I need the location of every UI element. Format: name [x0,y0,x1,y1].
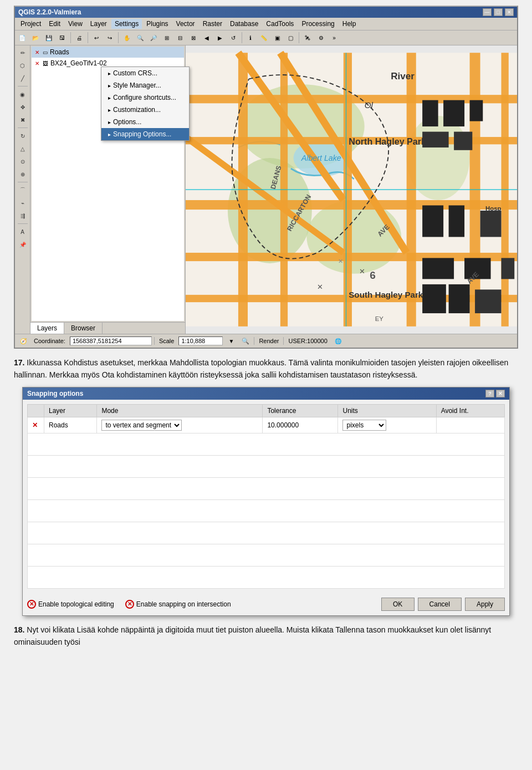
add-ring-btn[interactable]: ⊙ [17,155,29,167]
apply-button[interactable]: Apply [465,598,505,611]
zoom-in-btn[interactable]: 🔍 [134,32,146,44]
refresh-btn[interactable]: ↺ [227,32,239,44]
dialog-body: Layer Mode Tolerance Units Avoid Int. ✕ … [23,400,509,593]
draw-polygon-btn[interactable]: ⬡ [17,59,29,72]
node-tool-btn[interactable]: ◉ [17,88,29,100]
identify-btn[interactable]: ℹ [244,32,257,44]
menu-snapping-options[interactable]: ▸ Snapping Options... [101,128,189,140]
redo-btn[interactable]: ↪ [104,32,116,44]
menu-edit[interactable]: Edit [45,19,64,29]
move-feature-btn[interactable]: ✥ [17,101,29,113]
svg-rect-25 [422,205,443,237]
snapping-checkbox[interactable]: ✕ [125,600,134,609]
zoom-extent-btn[interactable]: ⊞ [161,32,173,44]
svg-rect-28 [422,258,454,279]
coordinate-input[interactable] [70,336,152,345]
minimize-btn[interactable]: — [483,8,492,16]
menu-view[interactable]: View [65,19,86,29]
label-btn[interactable]: A [17,226,29,238]
mode-select[interactable]: to vertex and segment to vertex to segme… [101,420,182,431]
zoom-out-btn[interactable]: 🔎 [147,32,160,44]
panel-tabs: Layers Browser [30,322,185,334]
offset-btn[interactable]: ⇶ [17,210,29,222]
pan-btn[interactable]: ✋ [121,32,133,44]
separator [242,32,242,43]
menu-settings[interactable]: Settings [111,19,142,29]
settings-btn[interactable]: ⚙ [315,32,327,44]
scale-dropdown-btn[interactable]: ▼ [225,335,237,347]
menu-database[interactable]: Database [227,19,262,29]
extra-btn[interactable]: » [328,32,340,44]
menu-cadtools[interactable]: CadTools [263,19,297,29]
crs-btn[interactable]: 🌐 [332,335,344,347]
close-btn[interactable]: ✕ [505,8,514,16]
save-btn[interactable]: 💾 [43,32,55,44]
undo-btn[interactable]: ↩ [90,32,103,44]
sep [254,337,254,345]
cancel-button[interactable]: Cancel [418,598,462,611]
bullet-icon: ▸ [108,70,111,77]
new-project-btn[interactable]: 📄 [16,32,28,44]
units-select[interactable]: pixels map units [342,420,386,431]
scale-input[interactable] [178,336,223,345]
zoom-layer-btn[interactable]: ⊟ [174,32,186,44]
menu-project[interactable]: Project [17,19,44,29]
zoom-prev-btn[interactable]: ◀ [201,32,213,44]
measure-btn[interactable]: 📏 [258,32,270,44]
add-part-btn[interactable]: ⊕ [17,168,29,180]
edit-tool-btn[interactable]: ✏ [17,47,29,59]
dialog-help-btn[interactable]: ? [485,390,494,397]
row-units[interactable]: pixels map units [338,417,436,433]
menu-customization[interactable]: ▸ Customization... [101,104,189,116]
dialog-close-btn[interactable]: ✕ [496,390,505,397]
row-mode[interactable]: to vertex and segment to vertex to segme… [97,417,263,433]
menu-raster[interactable]: Raster [200,19,226,29]
draw-line-btn[interactable]: ╱ [17,72,29,84]
print-btn[interactable]: 🖨 [73,32,85,44]
col-avoid-int: Avoid Int. [436,404,504,417]
svg-text:6: 6 [370,269,376,281]
menu-plugins[interactable]: Plugins [143,19,171,29]
map-canvas: River Ol North Hagley Park Albert Lake R… [186,45,517,334]
menu-processing[interactable]: Processing [298,19,337,29]
save-as-btn[interactable]: 🖫 [56,32,68,44]
svg-text:✕: ✕ [338,258,343,264]
layer-close-icon[interactable]: ✕ [35,60,39,67]
gps-btn[interactable]: 🛰 [301,32,314,44]
menu-options[interactable]: ▸ Options... [101,116,189,128]
pin-diagram-btn[interactable]: 📌 [17,238,29,251]
maximize-btn[interactable]: □ [494,8,503,16]
rotate-btn[interactable]: ↻ [17,130,29,142]
select-btn[interactable]: ▣ [271,32,283,44]
zoom-next-btn[interactable]: ▶ [214,32,226,44]
layer-item-roads[interactable]: ✕ ▭ Roads [32,47,184,58]
zoom-selection-btn[interactable]: ⊠ [187,32,200,44]
menu-vector[interactable]: Vector [173,19,198,29]
delete-feature-btn[interactable]: ✖ [17,114,29,126]
tab-browser[interactable]: Browser [64,323,103,334]
tab-layers[interactable]: Layers [30,323,64,334]
split-btn[interactable]: ⌁ [17,197,29,209]
table-row-empty [28,522,505,544]
ok-button[interactable]: OK [381,598,415,611]
menu-custom-crs[interactable]: ▸ Custom CRS... [101,67,189,79]
table-row-empty [28,544,505,566]
deselect-btn[interactable]: ▢ [284,32,296,44]
menu-help[interactable]: Help [339,19,360,29]
layer-close-icon[interactable]: ✕ [35,49,39,55]
simplify-btn[interactable]: △ [17,142,29,155]
reshape-btn[interactable]: ⌒ [17,184,29,196]
coordinate-icon: 🧭 [17,335,29,347]
menu-configure-shortcuts[interactable]: ▸ Configure shortcuts... [101,91,189,104]
menu-style-manager[interactable]: ▸ Style Manager... [101,79,189,91]
snapping-dialog: Snapping options ? ✕ Layer Mode Toleranc… [22,387,510,616]
bullet-icon: ▸ [108,131,111,137]
menu-layer[interactable]: Layer [87,19,110,29]
row-checkbox[interactable]: ✕ [28,417,44,433]
bullet-icon: ▸ [108,95,111,101]
map-area[interactable]: River Ol North Hagley Park Albert Lake R… [186,45,517,334]
topological-checkbox[interactable]: ✕ [27,600,36,609]
svg-rect-33 [475,289,501,313]
col-checkbox [28,404,44,417]
open-btn[interactable]: 📂 [29,32,42,44]
